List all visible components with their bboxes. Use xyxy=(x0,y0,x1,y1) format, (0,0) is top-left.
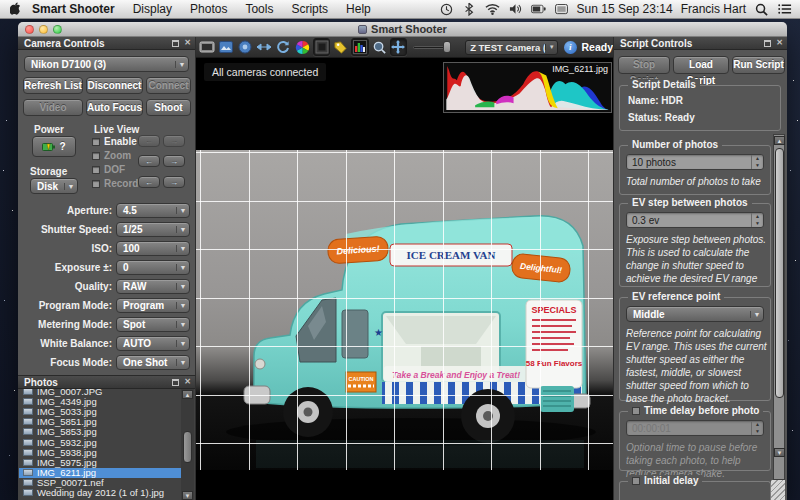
zoom-slider[interactable] xyxy=(413,41,451,53)
program-mode-dropdown[interactable]: Program▼ xyxy=(116,298,190,313)
list-item[interactable]: IMG_4349.jpg xyxy=(19,396,182,406)
photos-scrollbar[interactable]: ▲ ▼ xyxy=(181,389,194,500)
scrollbar-thumb[interactable] xyxy=(775,148,784,398)
menu-app-name[interactable]: Smart Shooter xyxy=(23,0,124,19)
menu-tools[interactable]: Tools xyxy=(236,0,282,19)
time-delay-spinner[interactable]: 00:00:01▲▼ xyxy=(626,420,764,436)
white-balance-dropdown[interactable]: AUTO▼ xyxy=(116,336,190,351)
background-toggle-icon[interactable] xyxy=(313,38,330,56)
list-item[interactable]: IMG_5938.jpg xyxy=(19,447,182,457)
record-checkbox-row[interactable]: Record xyxy=(92,178,138,189)
zoom-right-arrow-button[interactable]: → xyxy=(163,155,185,167)
load-script-button[interactable]: Load Script xyxy=(673,56,729,74)
camera-controls-title[interactable]: Camera Controls ✕ xyxy=(18,37,195,50)
menu-help[interactable]: Help xyxy=(337,0,380,19)
list-item[interactable]: IMG_5851.jpg xyxy=(19,417,182,427)
list-item[interactable]: Wedding day 2012 (1 of 1).jpg xyxy=(19,488,182,498)
tag-icon[interactable] xyxy=(332,38,349,56)
list-item[interactable]: SSP_00071.nef xyxy=(19,478,182,488)
photos-list[interactable]: IMG_0007.JPG IMG_4349.jpg IMG_5033.jpg I… xyxy=(19,389,182,500)
initial-delay-checkbox[interactable] xyxy=(632,477,640,485)
slider-knob[interactable] xyxy=(443,41,451,53)
viewer-camera-dropdown[interactable]: Z TEST Camera (1▼ xyxy=(465,40,558,55)
exposure-dropdown[interactable]: 0▼ xyxy=(116,260,190,275)
float-panel-icon[interactable] xyxy=(764,40,771,47)
display-menu-icon[interactable] xyxy=(554,2,569,17)
battery-icon[interactable] xyxy=(531,2,546,17)
bluetooth-icon[interactable] xyxy=(462,2,477,17)
notification-center-icon[interactable] xyxy=(777,2,792,17)
zoom-checkbox-row[interactable]: Zoom xyxy=(92,150,131,161)
refresh-list-button[interactable]: Refresh List xyxy=(23,77,83,94)
clock-icon[interactable] xyxy=(439,2,454,17)
list-item[interactable]: IMG_5033.jpg xyxy=(19,406,182,416)
photo-disc-icon[interactable] xyxy=(236,38,253,56)
volume-icon[interactable] xyxy=(508,2,523,17)
float-panel-icon[interactable] xyxy=(172,379,179,386)
photo-view-icon[interactable] xyxy=(217,38,234,56)
info-icon[interactable]: i xyxy=(564,41,576,54)
spotlight-icon[interactable] xyxy=(754,2,769,17)
stop-script-button[interactable]: Stop Script xyxy=(618,56,670,74)
liveview-left-arrow-button[interactable]: ← xyxy=(138,135,160,147)
ev-reference-dropdown[interactable]: Middle▼ xyxy=(626,306,764,322)
zoom-checkbox[interactable] xyxy=(92,152,100,160)
iso-dropdown[interactable]: 100▼ xyxy=(116,241,190,256)
scroll-down-button[interactable]: ▼ xyxy=(774,448,785,457)
photos-panel-title[interactable]: Photos ✕ xyxy=(18,376,195,389)
disconnect-button[interactable]: Disconnect xyxy=(86,77,143,94)
menu-clock[interactable]: Sun 15 Sep 23:14 xyxy=(577,2,673,16)
display-frame-icon[interactable] xyxy=(198,38,215,56)
list-item-selected[interactable]: IMG_6211.jpg xyxy=(19,468,182,478)
dof-checkbox[interactable] xyxy=(92,166,100,174)
list-item[interactable]: IMG_5975.jpg xyxy=(19,457,182,467)
scrollbar-thumb[interactable] xyxy=(183,431,192,463)
number-of-photos-spinner[interactable]: 10 photos▲▼ xyxy=(626,154,764,170)
script-scrollbar[interactable]: ▲ ▼ xyxy=(773,134,785,480)
enable-checkbox-row[interactable]: Enable xyxy=(92,136,137,147)
camera-select-dropdown[interactable]: Nikon D7100 (3)▼ xyxy=(24,56,189,72)
quality-dropdown[interactable]: RAW▼ xyxy=(116,279,190,294)
storage-dropdown[interactable]: Disk▼ xyxy=(30,178,78,194)
image-viewer[interactable]: ICE CREAM VAN Delicious! Delightful! Tak… xyxy=(196,58,613,492)
close-panel-icon[interactable]: ✕ xyxy=(184,39,191,47)
close-panel-icon[interactable]: ✕ xyxy=(776,39,783,47)
refresh-icon[interactable] xyxy=(275,38,292,56)
list-item[interactable]: IMG_5932.jpg xyxy=(19,437,182,447)
ev-step-spinner[interactable]: 0.3 ev▲▼ xyxy=(626,212,764,228)
enable-checkbox[interactable] xyxy=(92,138,100,146)
scroll-up-button[interactable]: ▲ xyxy=(774,136,785,145)
metering-mode-dropdown[interactable]: Spot▼ xyxy=(116,317,190,332)
shutter-speed-dropdown[interactable]: 1/25▼ xyxy=(116,222,190,237)
window-titlebar[interactable]: Smart Shooter xyxy=(18,22,787,37)
color-wheel-icon[interactable] xyxy=(294,38,311,56)
apple-menu-icon[interactable] xyxy=(10,2,23,17)
menu-scripts[interactable]: Scripts xyxy=(282,0,337,19)
power-button[interactable]: ? xyxy=(32,136,76,157)
liveview-right-arrow-button[interactable]: → xyxy=(163,135,185,147)
auto-focus-button[interactable]: Auto Focus xyxy=(86,99,143,116)
resize-grip[interactable] xyxy=(771,480,785,500)
shoot-button[interactable]: Shoot xyxy=(146,99,191,116)
video-button[interactable]: Video xyxy=(23,99,83,116)
zoom-left-arrow-button[interactable]: ← xyxy=(138,155,160,167)
record-right-arrow-button[interactable]: → xyxy=(163,176,185,188)
menu-display[interactable]: Display xyxy=(124,0,181,19)
time-delay-checkbox[interactable] xyxy=(632,407,640,415)
close-panel-icon[interactable]: ✕ xyxy=(184,378,191,386)
float-panel-icon[interactable] xyxy=(172,40,179,47)
record-left-arrow-button[interactable]: ← xyxy=(138,176,160,188)
loupe-icon[interactable] xyxy=(371,38,388,56)
histogram-toggle-icon[interactable] xyxy=(351,38,368,56)
focus-mode-dropdown[interactable]: One Shot▼ xyxy=(116,355,190,370)
menu-photos[interactable]: Photos xyxy=(181,0,236,19)
scroll-up-button[interactable]: ▲ xyxy=(182,390,193,399)
run-script-button[interactable]: Run Script xyxy=(732,56,785,74)
script-controls-title[interactable]: Script Controls ✕ xyxy=(614,37,787,50)
record-checkbox[interactable] xyxy=(92,180,100,188)
scroll-down-button[interactable]: ▼ xyxy=(182,491,193,500)
list-item[interactable]: IMG_5853.jpg xyxy=(19,427,182,437)
wifi-icon[interactable] xyxy=(485,2,500,17)
fit-width-icon[interactable] xyxy=(255,38,272,56)
dof-checkbox-row[interactable]: DOF xyxy=(92,164,125,175)
